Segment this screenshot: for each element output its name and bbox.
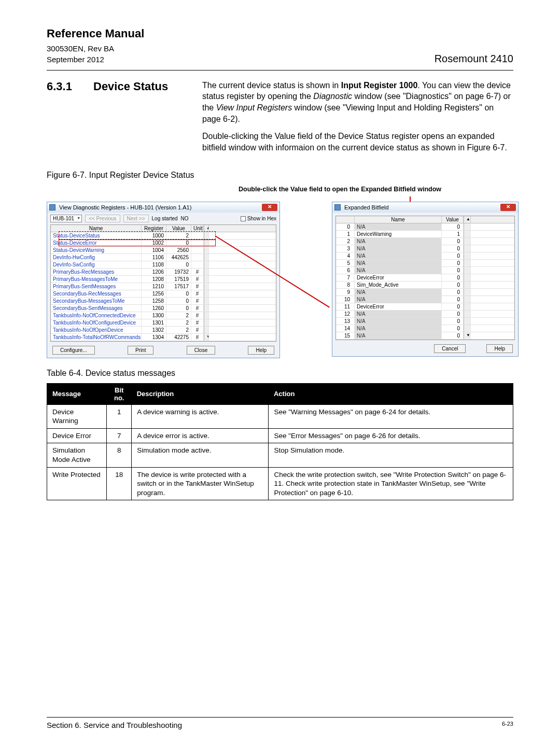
table-row[interactable]: TankbusInfo-NoOfConnectedDevice13002# [51,312,276,319]
scrollbar-track [464,325,471,332]
footer-section: Section 6. Service and Troubleshooting [47,721,182,729]
row-value[interactable]: 17519 [166,276,191,283]
row-value[interactable]: 2 [166,319,191,326]
row-value[interactable]: 19732 [166,269,191,275]
table-row[interactable]: 7DeviceError0 [336,274,514,282]
log-started-label: Log started [152,216,178,221]
row-value[interactable]: 2 [166,232,191,239]
bitfield-grid[interactable]: Name Value ▲ 0N/A01DeviceWarning12N/A03N… [335,216,515,340]
row-name: TankbusInfo-TotalNoOfRWCommands [51,334,142,341]
row-value[interactable]: 2 [166,312,191,319]
row-unit: # [191,276,204,283]
scroll-up-icon[interactable]: ▲ [204,225,209,232]
bitfield-titlebar[interactable]: Expanded Bitfield ✕ [332,202,518,213]
table-row[interactable]: PrimaryBus-MessagesToMe120817519# [51,276,276,283]
show-in-hex-checkbox[interactable]: Show in Hex [241,216,276,221]
scrollbar-track [464,289,471,296]
scroll-down-icon[interactable]: ▼ [464,332,471,339]
section-number: 6.3.1 [47,80,78,93]
close-button[interactable]: ✕ [500,204,516,211]
row-value[interactable]: 0 [166,290,191,297]
cancel-button[interactable]: Cancel [434,344,466,353]
table-row[interactable]: 5N/A0 [336,260,514,267]
table-row[interactable]: TankbusInfo-TotalNoOfRWCommands130442275… [51,334,276,341]
row-register: 1304 [142,334,166,341]
device-dropdown[interactable]: HUB-101 [50,215,82,222]
scrollbar-track [464,260,471,266]
table-row[interactable]: SecondaryBus-SentMessages12600# [51,305,276,312]
page-header: Reference Manual 300530EN, Rev BA Septem… [47,26,513,65]
table-row[interactable]: 12N/A0 [336,311,514,318]
table-row[interactable]: TankbusInfo-NoOfOpenDevice13022# [51,327,276,334]
configure-button[interactable]: Configure... [52,346,95,355]
td-message: Device Error [47,428,107,443]
row-name: TankbusInfo-NoOfOpenDevice [51,327,142,333]
row-index: 11 [336,303,355,310]
row-value[interactable]: 0 [166,240,191,246]
expanded-bitfield-window: Expanded Bitfield ✕ Name Value ▲ 0N/A01D… [332,202,519,357]
table-row[interactable]: 6N/A0 [336,267,514,274]
scroll-up-icon[interactable]: ▲ [464,216,471,223]
row-value: 0 [442,245,464,252]
table-row[interactable]: PrimaryBus-RecMessages120619732# [51,269,276,276]
table-row[interactable]: DevInfo-HwConfig1106442625 [51,254,276,261]
table-row[interactable]: PrimaryBus-SentMessages121017517# [51,283,276,290]
row-index: 6 [336,267,355,274]
row-value: 0 [442,238,464,245]
row-value[interactable]: 0 [166,305,191,312]
table-row[interactable]: 2N/A0 [336,238,514,245]
bitfield-grid-header: Name Value ▲ [336,216,514,223]
td-bit: 8 [107,443,132,467]
td-description: A device warning is active. [132,404,269,428]
table-row[interactable]: TankbusInfo-NoOfConfiguredDevice13012# [51,319,276,327]
help-button[interactable]: Help [248,346,274,355]
table-row[interactable]: 3N/A0 [336,245,514,252]
table-row[interactable]: 9N/A0 [336,289,514,296]
table-row[interactable]: DevInfo-SwConfig11080 [51,261,276,269]
row-value[interactable]: 17517 [166,283,191,290]
row-index: 10 [336,296,355,303]
row-name: TankbusInfo-NoOfConnectedDevice [51,312,142,319]
table-row[interactable]: 8Sim_Mode_Active0 [336,282,514,289]
print-button[interactable]: Print [128,346,154,355]
table-row[interactable]: 15N/A0▼ [336,332,514,340]
scrollbar-track [464,223,471,230]
diag-titlebar[interactable]: View Diagnostic Registers - HUB-101 (Ver… [47,202,279,213]
row-register: 1260 [142,305,166,312]
table-row[interactable]: 4N/A0 [336,252,514,260]
table-row[interactable]: 0N/A0 [336,223,514,231]
col-register: Register [142,225,166,232]
table-row[interactable]: 14N/A0 [336,325,514,332]
row-value[interactable]: 2 [166,327,191,333]
table-row[interactable]: SecondaryBus-RecMessages12560# [51,290,276,298]
scrollbar-track [204,305,209,312]
scrollbar-track [464,318,471,325]
row-value: 0 [442,223,464,230]
next-button[interactable]: Next >> [123,215,149,222]
row-value[interactable]: 0 [166,261,191,268]
table-row[interactable]: Status-DeviceError10020 [51,240,276,247]
row-value[interactable]: 42275 [166,334,191,341]
diag-grid[interactable]: Name Register Value Unit ▲ Status-Device… [50,224,276,342]
table-row[interactable]: 11DeviceError0 [336,303,514,311]
row-value[interactable]: 442625 [166,254,191,261]
td-description: A device error is active. [132,428,269,443]
table-row[interactable]: SecondaryBus-MessagesToMe12580# [51,298,276,305]
close-button-bottom[interactable]: Close [187,346,216,355]
close-button[interactable]: ✕ [262,204,277,211]
row-value[interactable]: 0 [166,298,191,304]
th-bit: Bit no. [107,383,132,404]
previous-button[interactable]: << Previous [85,215,120,222]
table-row[interactable]: 13N/A0 [336,318,514,325]
row-name: N/A [355,245,442,252]
table-header-row: Message Bit no. Description Action [47,383,513,404]
help-button[interactable]: Help [486,344,513,353]
row-value[interactable]: 2560 [166,247,191,254]
table-row[interactable]: 10N/A0 [336,296,514,303]
table-row[interactable]: 1DeviceWarning1 [336,231,514,238]
row-unit [191,240,204,246]
table-row[interactable]: Status-DeviceStatus10002 [51,232,276,240]
row-value: 0 [442,318,464,325]
scroll-down-icon[interactable]: ▼ [204,334,209,341]
td-description: The device is write protected with a swi… [132,467,269,500]
